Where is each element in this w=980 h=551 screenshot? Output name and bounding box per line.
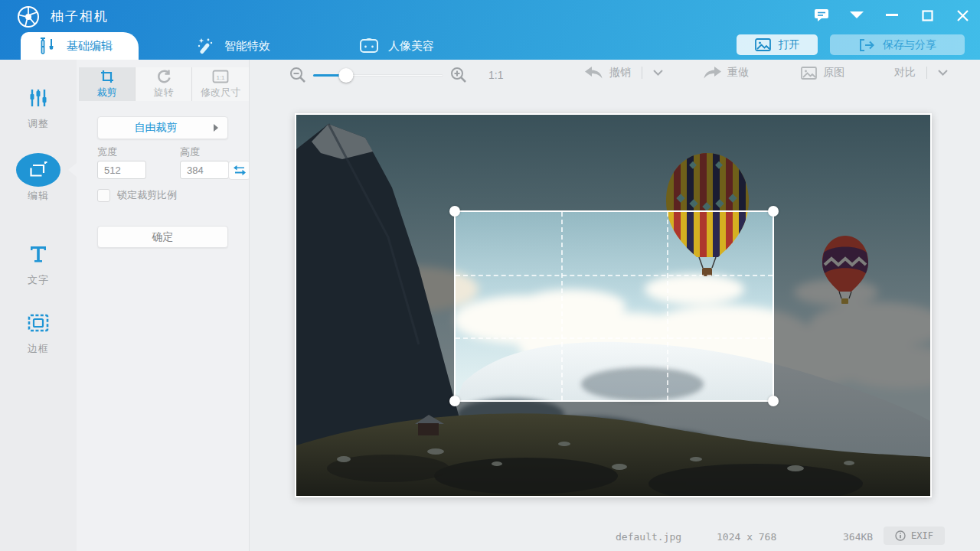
header: 柚子相机 <box>0 0 980 60</box>
sliders-icon <box>0 81 77 115</box>
divider <box>642 67 642 79</box>
sidebar-item-label: 编辑 <box>0 189 77 203</box>
crop-grid-line <box>561 212 563 400</box>
maximize-icon[interactable] <box>910 0 945 31</box>
crop-box[interactable] <box>454 210 774 402</box>
photo-canvas[interactable] <box>296 115 930 496</box>
confirm-button[interactable]: 确定 <box>97 226 228 248</box>
main-area: 1:1 撤销 重做 原图 对比 <box>249 60 980 551</box>
zoom-out-icon[interactable] <box>289 67 306 86</box>
redo-icon[interactable] <box>703 67 721 80</box>
status-filesize: 364KB <box>843 531 873 543</box>
redo-group: 重做 <box>703 66 749 80</box>
panel-notch <box>68 163 77 177</box>
app-title: 柚子相机 <box>51 8 109 25</box>
crop-grid-line <box>667 212 668 400</box>
confirm-label: 确定 <box>152 230 174 244</box>
save-share-button[interactable]: 保存与分享 <box>830 34 965 55</box>
height-input[interactable] <box>180 161 229 179</box>
panel-tabs: 裁剪 旋转 1:1 修改尺寸 <box>79 67 249 101</box>
zoom-in-icon[interactable] <box>450 67 467 86</box>
zoom-slider-thumb[interactable] <box>338 68 353 83</box>
main-nav-tabs: 基础编辑 智能特效 人像美容 <box>0 32 460 60</box>
swap-dimensions-button[interactable] <box>228 161 250 180</box>
original-image-icon <box>801 67 817 80</box>
resize-icon: 1:1 <box>212 69 229 84</box>
crop-handle-bottom-left[interactable] <box>449 396 460 406</box>
width-input[interactable] <box>97 161 146 179</box>
crop-grid-line <box>456 337 773 339</box>
magic-wand-icon <box>195 36 215 56</box>
status-dimensions: 1024 x 768 <box>717 531 776 543</box>
left-sidebar: 调整 编辑 文字 边框 <box>0 60 77 551</box>
width-label: 宽度 <box>97 145 117 159</box>
exif-label: EXIF <box>911 530 933 541</box>
tab-basic-edit[interactable]: 基础编辑 <box>21 32 139 60</box>
redo-label[interactable]: 重做 <box>727 66 749 80</box>
crop-handle-top-right[interactable] <box>768 206 779 217</box>
sidebar-item-text[interactable]: 文字 <box>0 237 77 287</box>
window-controls <box>804 0 980 31</box>
sidebar-item-label: 文字 <box>0 273 77 287</box>
crop-icon <box>100 69 115 84</box>
triangle-right-icon <box>214 124 218 132</box>
panel-tab-label: 裁剪 <box>97 86 117 99</box>
crop-preset-label: 自由裁剪 <box>98 121 214 135</box>
info-icon <box>895 530 906 541</box>
tab-portrait-beauty[interactable]: 人像美容 <box>342 32 460 60</box>
sidebar-item-label: 调整 <box>0 117 77 131</box>
undo-icon[interactable] <box>585 67 603 80</box>
original-group[interactable]: 原图 <box>801 66 844 80</box>
panel-tab-label: 修改尺寸 <box>201 86 240 99</box>
export-icon <box>858 38 875 52</box>
zoom-slider[interactable] <box>313 74 443 77</box>
lock-ratio-row: 锁定裁剪比例 <box>97 188 177 202</box>
app-logo-aperture-icon <box>17 5 40 28</box>
sidebar-item-border[interactable]: 边框 <box>0 306 77 356</box>
chevron-down-icon[interactable] <box>653 70 663 76</box>
tab-smart-effects[interactable]: 智能特效 <box>178 32 296 60</box>
crop-frames-icon <box>28 161 49 179</box>
exif-button[interactable]: EXIF <box>884 527 945 545</box>
compare-group: 对比 <box>894 66 948 80</box>
lock-ratio-checkbox[interactable] <box>97 189 110 202</box>
header-actions: 打开 保存与分享 <box>737 34 965 55</box>
divider <box>926 67 927 79</box>
minimize-icon[interactable] <box>874 0 910 31</box>
open-button[interactable]: 打开 <box>737 34 818 55</box>
rotate-icon <box>156 69 172 84</box>
sidebar-item-adjust[interactable]: 调整 <box>0 81 77 131</box>
zoom-ratio-label: 1:1 <box>488 69 503 81</box>
statusbar: default.jpg 1024 x 768 364KB EXIF <box>250 522 980 551</box>
undo-group: 撤销 <box>585 66 663 80</box>
tools-icon <box>38 37 57 55</box>
close-icon[interactable] <box>945 0 980 31</box>
skin-menu-icon[interactable] <box>839 0 874 31</box>
resize-ratio-glyph: 1:1 <box>216 74 225 81</box>
canvas-card <box>295 113 932 497</box>
chevron-down-icon[interactable] <box>938 70 948 76</box>
tab-label: 基础编辑 <box>67 39 113 54</box>
swap-arrows-icon <box>234 165 246 176</box>
crop-preset-dropdown[interactable]: 自由裁剪 <box>97 116 228 139</box>
sidebar-item-edit[interactable]: 编辑 <box>0 153 77 203</box>
crop-handle-bottom-right[interactable] <box>768 396 779 406</box>
panel-tab-label: 旋转 <box>154 86 174 99</box>
crop-handle-top-left[interactable] <box>449 206 460 217</box>
panel-tab-crop[interactable]: 裁剪 <box>79 67 136 101</box>
original-label: 原图 <box>823 66 844 80</box>
canvas-toolbar: 1:1 撤销 重做 原图 对比 <box>250 60 980 92</box>
tab-label: 人像美容 <box>388 39 434 54</box>
panel-tab-rotate[interactable]: 旋转 <box>136 67 192 101</box>
tab-label: 智能特效 <box>224 39 270 54</box>
compare-label[interactable]: 对比 <box>894 66 916 80</box>
sidebar-item-label: 边框 <box>0 342 77 356</box>
crop-grid-line <box>456 275 773 276</box>
status-filename: default.jpg <box>616 531 681 543</box>
panel-tab-resize[interactable]: 1:1 修改尺寸 <box>192 67 249 101</box>
tool-panel: 裁剪 旋转 1:1 修改尺寸 自由裁剪 宽度 高度 <box>77 60 249 551</box>
save-share-label: 保存与分享 <box>883 38 936 52</box>
titlebar: 柚子相机 <box>0 0 980 32</box>
feedback-icon[interactable] <box>804 0 839 31</box>
undo-label[interactable]: 撤销 <box>609 66 631 80</box>
